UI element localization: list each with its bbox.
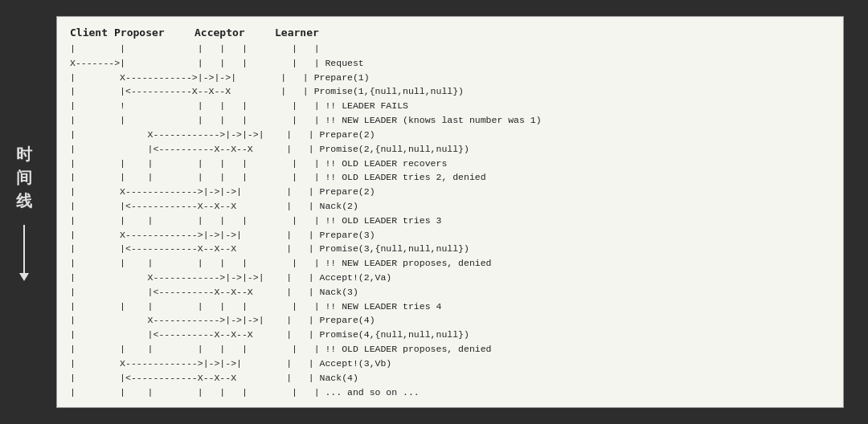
arrow-line <box>23 225 25 273</box>
diagram-content: | | | | | | | X------->| | | | | | Reque… <box>70 42 830 399</box>
timeline-char-1: 时 <box>16 144 32 165</box>
timeline-text: 时 间 线 <box>16 144 32 212</box>
header-learner: Learner <box>275 26 319 39</box>
diagram-box: Client Proposer Acceptor Learner | | | |… <box>56 16 844 408</box>
header-acceptor: Acceptor <box>194 26 275 39</box>
main-container: 时 间 线 Client Proposer Acceptor Learner |… <box>0 0 868 424</box>
header-proposer: Proposer <box>114 26 194 39</box>
timeline-char-3: 线 <box>16 190 32 212</box>
timeline-label: 时 间 线 <box>0 0 48 424</box>
diagram-header: Client Proposer Acceptor Learner <box>70 26 830 39</box>
arrow-head <box>19 273 29 281</box>
header-client: Client <box>70 26 114 39</box>
timeline-arrow <box>19 225 29 281</box>
timeline-char-2: 间 <box>16 167 32 189</box>
